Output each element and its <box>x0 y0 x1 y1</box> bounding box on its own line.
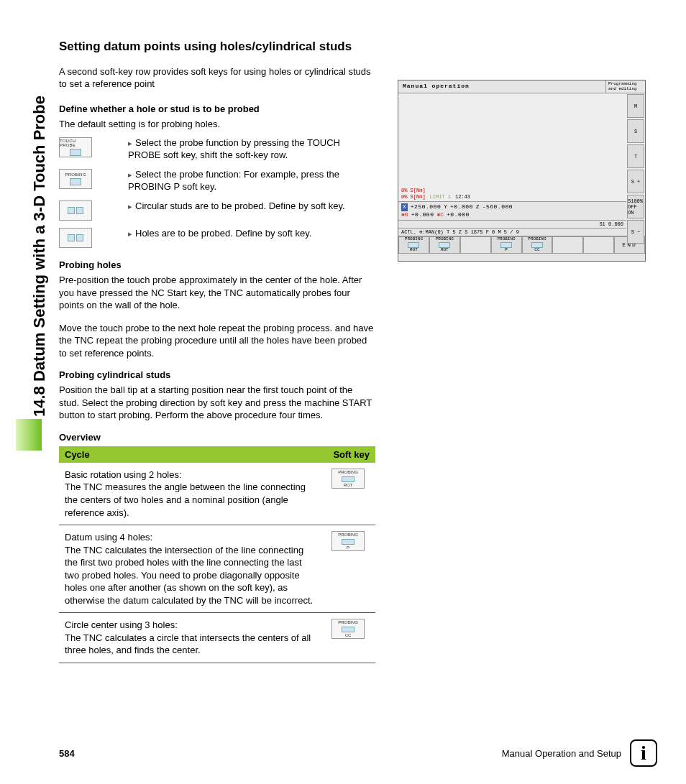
tnc-actl-line: ACTL. ⊕:MAN(0) T 5 Z S 1875 F 0 M 5 / 9 <box>398 228 626 236</box>
tnc-softkey-blank[interactable] <box>460 236 491 254</box>
step-row: Circular studs are to be probed. Define … <box>59 200 375 221</box>
tnc-screenshot: Manual operation Programming and editing… <box>398 80 646 262</box>
footer-section: Manual Operation and Setup <box>502 748 621 759</box>
step-text: Circular studs are to be probed. Define … <box>128 200 375 213</box>
tnc-softkey[interactable]: PROBINGROT <box>429 236 460 254</box>
step-text: Holes are to be probed. Define by soft k… <box>128 228 375 240</box>
page-footer: 584 Manual Operation and Setup i <box>59 739 657 767</box>
tnc-right-btn[interactable]: S + <box>627 170 644 193</box>
side-color-tab <box>16 419 42 451</box>
define-text: The default setting is for probing holes… <box>59 118 375 131</box>
section-side-label: 14.8 Datum Setting with a 3-D Touch Prob… <box>30 96 49 417</box>
tnc-status-line1: 0% S[Nm] <box>401 188 623 193</box>
table-row: Basic rotation using 2 holes: The TNC me… <box>59 463 375 525</box>
tnc-softkey[interactable]: PROBINGP <box>491 236 522 254</box>
intro-paragraph: A second soft-key row provides soft keys… <box>59 66 375 91</box>
softkey-icon-holes <box>59 228 92 248</box>
probing-studs-subhead: Probing cylindrical studs <box>59 369 641 380</box>
tnc-softkey-blank[interactable] <box>552 236 583 254</box>
page-number: 584 <box>59 748 75 759</box>
tnc-status-limit: LIMIT 1 <box>430 194 451 200</box>
tnc-status-time: 12:43 <box>455 194 470 200</box>
softkey-icon-probing-p: PROBING <box>59 169 92 189</box>
step-row: TOUCH PROBE Select the probe function by… <box>59 137 375 162</box>
overview-table: Cycle Soft key Basic rotation using 2 ho… <box>59 446 375 663</box>
step-text: Select the probe function by pressing th… <box>128 137 375 162</box>
cycle-title: Basic rotation using 2 holes: <box>65 469 315 481</box>
cycle-desc: The TNC measures the angle between the l… <box>65 481 306 517</box>
softkey-icon-probing-cc: PROBING CC <box>331 619 365 639</box>
table-header-cycle: Cycle <box>59 446 321 463</box>
tnc-softkey[interactable]: PROBINGROT <box>398 236 429 254</box>
tnc-submode: Programming and editing <box>605 80 645 93</box>
tnc-softkey-blank[interactable] <box>583 236 614 254</box>
probing-holes-p2: Move the touch probe to the next hole re… <box>59 322 375 360</box>
tnc-right-btn[interactable]: S <box>627 119 644 143</box>
softkey-icon-probing-p: PROBING P <box>331 531 365 551</box>
softkey-icon-probing-rot: PROBING ROT <box>331 469 365 489</box>
cycle-title: Datum using 4 holes: <box>65 531 315 544</box>
step-row: PROBING Select the probe function: For e… <box>59 169 375 193</box>
tnc-right-btn[interactable]: S100% OFF ON <box>627 195 644 218</box>
tnc-right-btn[interactable]: T <box>627 144 644 168</box>
tnc-coords: X+250.000 Y+0.000 Z-560.000 ✱B+0.000 ✱C+… <box>398 201 626 220</box>
tnc-work-area: 0% S[Nm] 0% S[Nm] LIMIT 1 12:43 <box>398 93 645 201</box>
table-row: Datum using 4 holes: The TNC calculates … <box>59 525 375 613</box>
tnc-softkey-row: PROBINGROT PROBINGROT PROBINGP PROBINGCC… <box>398 236 645 254</box>
tnc-softkey[interactable]: PROBINGCC <box>522 236 553 254</box>
step-row: Holes are to be probed. Define by soft k… <box>59 228 375 248</box>
cycle-desc: The TNC calculates a circle that interse… <box>65 632 311 656</box>
probing-holes-p1: Pre-position the touch probe approximate… <box>59 274 375 312</box>
step-text: Select the probe function: For example, … <box>128 169 375 193</box>
softkey-icon-touch-probe: TOUCH PROBE <box>59 137 92 157</box>
overview-subhead: Overview <box>59 432 641 443</box>
tnc-status-line2a: 0% S[Nm] <box>401 194 426 200</box>
tnc-right-btn[interactable]: S − <box>627 220 644 244</box>
table-header-softkey: Soft key <box>321 446 375 463</box>
cycle-desc: The TNC calculates the intersection of t… <box>65 545 313 606</box>
table-row: Circle center using 3 holes: The TNC cal… <box>59 613 375 663</box>
tnc-info-line: S1 0.000 <box>398 220 626 228</box>
page-heading: Setting datum points using holes/cylindr… <box>59 39 641 55</box>
cycle-title: Circle center using 3 holes: <box>65 619 315 632</box>
tnc-mode-title: Manual operation <box>398 80 605 93</box>
tnc-status-area: 0% S[Nm] 0% S[Nm] LIMIT 1 12:43 <box>398 186 626 201</box>
tnc-right-buttons: M S T S + S100% OFF ON S − <box>626 93 645 244</box>
step-list: TOUCH PROBE Select the probe function by… <box>59 137 375 248</box>
probing-studs-paragraph: Position the ball tip at a starting posi… <box>59 384 375 422</box>
softkey-icon-studs <box>59 200 92 221</box>
tnc-right-btn[interactable]: M <box>627 94 644 118</box>
info-icon: i <box>630 739 657 767</box>
